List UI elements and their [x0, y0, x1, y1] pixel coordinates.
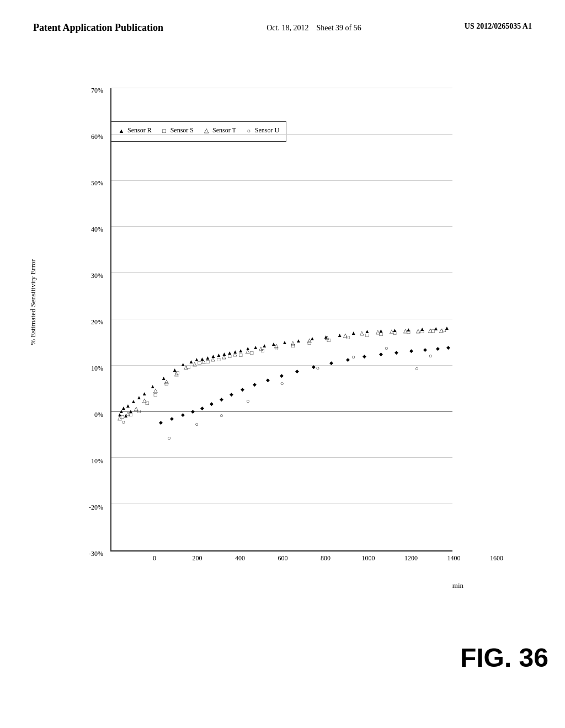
- svg-text:◆: ◆: [210, 401, 214, 406]
- svg-text:△: △: [211, 356, 215, 362]
- svg-text:△: △: [164, 378, 169, 384]
- svg-text:△: △: [390, 328, 394, 334]
- svg-text:□: □: [239, 352, 242, 358]
- y-label-40: 40%: [91, 226, 103, 234]
- y-axis-title: % Estimated Sensitivity Error: [29, 192, 38, 413]
- svg-text:□: □: [217, 356, 220, 362]
- svg-text:□: □: [198, 360, 201, 366]
- svg-text:◆: ◆: [220, 397, 223, 402]
- y-label-30: 30%: [91, 272, 103, 280]
- svg-text:□: □: [365, 332, 369, 338]
- svg-text:◆: ◆: [312, 364, 316, 370]
- svg-text:□: □: [206, 358, 209, 365]
- svg-text:○: ○: [220, 412, 223, 419]
- svg-text:◆: ◆: [329, 360, 333, 366]
- svg-text:□: □: [228, 353, 231, 359]
- svg-text:○: ○: [167, 435, 171, 441]
- y-label-neg10: 10%: [91, 457, 103, 465]
- x-label-1200: 1200: [404, 554, 418, 563]
- y-label-neg20: -20%: [89, 504, 103, 512]
- svg-text:◆: ◆: [253, 382, 257, 387]
- svg-text:◆: ◆: [230, 392, 233, 397]
- svg-text:◆: ◆: [295, 368, 299, 374]
- svg-text:○: ○: [415, 365, 419, 372]
- x-label-800: 800: [321, 554, 331, 563]
- svg-text:▲: ▲: [351, 330, 356, 336]
- y-label-60: 60%: [91, 133, 103, 141]
- svg-text:◆: ◆: [181, 412, 185, 417]
- svg-text:◆: ◆: [200, 405, 204, 411]
- svg-text:△: △: [201, 358, 206, 364]
- y-label-10: 10%: [91, 365, 103, 373]
- svg-text:△: △: [360, 330, 364, 336]
- svg-text:▲: ▲: [282, 339, 287, 345]
- svg-text:◆: ◆: [241, 387, 244, 392]
- svg-text:△: △: [184, 364, 188, 370]
- svg-text:△: △: [307, 337, 312, 343]
- x-label-1400: 1400: [447, 554, 461, 563]
- svg-text:○: ○: [122, 419, 126, 425]
- y-label-50: 50%: [91, 179, 103, 188]
- svg-text:△: △: [222, 354, 226, 360]
- svg-text:△: △: [343, 332, 348, 338]
- svg-text:◆: ◆: [446, 345, 450, 350]
- svg-text:▲: ▲: [131, 398, 136, 404]
- svg-text:○: ○: [280, 380, 284, 387]
- y-label-0: 0%: [94, 411, 103, 419]
- svg-text:○: ○: [351, 354, 355, 360]
- svg-text:△: △: [233, 351, 237, 357]
- svg-text:○: ○: [195, 421, 199, 427]
- page-header: Patent Application Publication Oct. 18, …: [0, 0, 565, 45]
- y-label-20: 20%: [91, 318, 103, 326]
- svg-text:◆: ◆: [409, 348, 413, 354]
- svg-text:△: △: [274, 342, 279, 349]
- svg-text:▲: ▲: [337, 332, 343, 338]
- x-label-0: 0: [153, 554, 156, 563]
- svg-text:△: △: [439, 327, 444, 333]
- svg-text:◆: ◆: [191, 409, 195, 414]
- svg-text:◆: ◆: [436, 346, 440, 351]
- svg-text:▲: ▲: [296, 338, 301, 344]
- y-label-neg30: -30%: [89, 550, 103, 558]
- svg-text:□: □: [420, 328, 424, 334]
- svg-text:▲: ▲: [136, 394, 142, 400]
- y-label-70: 70%: [91, 87, 103, 95]
- svg-text:▲: ▲: [142, 390, 147, 397]
- svg-text:△: △: [428, 327, 433, 333]
- plot-area: ▲ ▲ ▲ ▲ ▲ ▲ ▲ ▲ ▲ ▲ ▲ ▲ ▲ ▲ ▲ ▲ ▲ ▲ ▲ ▲ …: [110, 88, 452, 552]
- x-label-600: 600: [278, 554, 288, 563]
- svg-text:△: △: [134, 405, 138, 411]
- x-label-200: 200: [193, 554, 202, 563]
- svg-text:△: △: [403, 328, 408, 334]
- svg-text:△: △: [376, 329, 380, 335]
- svg-text:○: ○: [316, 365, 319, 371]
- publication-info: Oct. 18, 2012 Sheet 39 of 56: [266, 22, 361, 34]
- svg-text:△: △: [193, 361, 198, 367]
- svg-text:○: ○: [385, 345, 388, 351]
- x-label-1000: 1000: [362, 554, 375, 563]
- svg-text:△: △: [174, 371, 179, 377]
- svg-text:◆: ◆: [363, 354, 366, 359]
- x-label-400: 400: [235, 554, 245, 563]
- svg-text:◆: ◆: [159, 420, 163, 425]
- svg-text:○: ○: [429, 352, 433, 359]
- svg-text:△: △: [126, 410, 130, 416]
- svg-text:◆: ◆: [346, 357, 350, 362]
- x-axis: 0 200 400 600 800 1000 1200 1400 1600: [110, 552, 452, 574]
- figure-label: FIG. 36: [460, 643, 548, 673]
- publication-title: Patent Application Publication: [33, 22, 163, 34]
- svg-text:◆: ◆: [170, 416, 174, 421]
- svg-text:△: △: [259, 345, 263, 351]
- svg-text:○: ○: [246, 398, 250, 404]
- svg-text:◆: ◆: [423, 347, 427, 352]
- x-axis-unit: min: [452, 581, 463, 590]
- x-label-1600: 1600: [490, 554, 503, 563]
- svg-text:□: □: [250, 350, 253, 356]
- svg-text:◆: ◆: [266, 377, 270, 383]
- y-axis: 70% 60% 50% 40% 30% 20% 10% 0% 10% -20% …: [66, 88, 108, 552]
- svg-text:◆: ◆: [379, 351, 383, 357]
- svg-text:△: △: [246, 348, 250, 354]
- scatter-plot: ▲ ▲ ▲ ▲ ▲ ▲ ▲ ▲ ▲ ▲ ▲ ▲ ▲ ▲ ▲ ▲ ▲ ▲ ▲ ▲ …: [111, 88, 452, 550]
- svg-text:△: △: [142, 397, 147, 403]
- patent-number: US 2012/0265035 A1: [465, 22, 532, 31]
